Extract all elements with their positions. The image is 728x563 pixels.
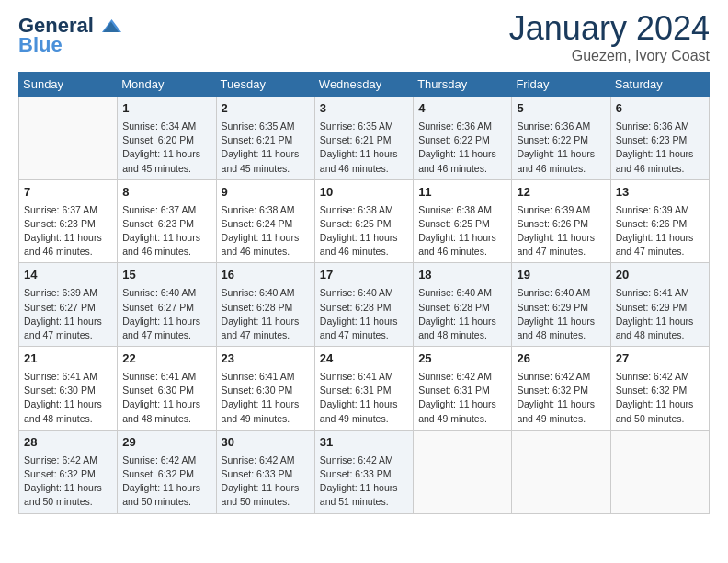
day-number: 5 [517,100,605,118]
sunrise-text: Sunrise: 6:38 AM [418,204,492,215]
day-number: 15 [122,267,210,284]
sunrise-text: Sunrise: 6:37 AM [122,204,196,215]
day-number: 4 [418,100,506,118]
calendar-row: 14Sunrise: 6:39 AMSunset: 6:27 PMDayligh… [19,263,710,347]
sunrise-text: Sunrise: 6:42 AM [320,454,393,465]
daylight-text: Daylight: 11 hours and 48 minutes. [517,316,595,340]
daylight-text: Daylight: 11 hours and 49 minutes. [517,398,595,423]
day-number: 1 [122,100,210,118]
daylight-text: Daylight: 11 hours and 46 minutes. [320,148,398,173]
day-number: 31 [320,434,408,452]
day-info: Sunrise: 6:38 AMSunset: 6:24 PMDaylight:… [222,203,310,259]
sunrise-text: Sunrise: 6:42 AM [418,371,492,382]
daylight-text: Daylight: 11 hours and 46 minutes. [122,232,200,257]
day-info: Sunrise: 6:42 AMSunset: 6:32 PMDaylight:… [122,454,210,510]
calendar-row: 28Sunrise: 6:42 AMSunset: 6:32 PMDayligh… [19,430,710,513]
sunset-text: Sunset: 6:26 PM [616,218,688,229]
sunset-text: Sunset: 6:24 PM [222,218,293,229]
day-number: 30 [222,434,310,452]
table-row: 26Sunrise: 6:42 AMSunset: 6:32 PMDayligh… [512,347,610,431]
sunrise-text: Sunrise: 6:41 AM [24,371,97,382]
day-info: Sunrise: 6:35 AMSunset: 6:21 PMDaylight:… [222,120,310,176]
logo: General Blue [18,13,121,55]
sunrise-text: Sunrise: 6:40 AM [222,287,295,298]
day-info: Sunrise: 6:39 AMSunset: 6:27 PMDaylight:… [24,286,112,342]
sunset-text: Sunset: 6:32 PM [517,385,588,396]
sunset-text: Sunset: 6:26 PM [517,218,588,229]
sunrise-text: Sunrise: 6:40 AM [418,287,492,298]
table-row: 4Sunrise: 6:36 AMSunset: 6:22 PMDaylight… [414,97,512,180]
daylight-text: Daylight: 11 hours and 47 minutes. [24,316,102,340]
header-tuesday: Tuesday [216,73,314,97]
day-info: Sunrise: 6:34 AMSunset: 6:20 PMDaylight:… [122,120,210,176]
sunset-text: Sunset: 6:32 PM [616,385,688,396]
day-number: 10 [320,184,408,201]
weekday-header-row: Sunday Monday Tuesday Wednesday Thursday… [19,73,710,97]
day-number: 18 [418,267,506,284]
table-row: 14Sunrise: 6:39 AMSunset: 6:27 PMDayligh… [19,263,118,347]
sunrise-text: Sunrise: 6:41 AM [122,371,196,382]
sunset-text: Sunset: 6:27 PM [122,302,194,313]
table-row: 12Sunrise: 6:39 AMSunset: 6:26 PMDayligh… [512,179,610,263]
sunset-text: Sunset: 6:23 PM [122,218,194,229]
table-row: 31Sunrise: 6:42 AMSunset: 6:33 PMDayligh… [314,430,413,513]
day-number: 25 [418,350,506,368]
day-info: Sunrise: 6:41 AMSunset: 6:30 PMDaylight:… [122,370,210,426]
day-number: 14 [24,267,112,284]
table-row: 30Sunrise: 6:42 AMSunset: 6:33 PMDayligh… [216,430,314,513]
daylight-text: Daylight: 11 hours and 51 minutes. [320,482,398,507]
table-row: 18Sunrise: 6:40 AMSunset: 6:28 PMDayligh… [414,263,512,347]
daylight-text: Daylight: 11 hours and 46 minutes. [320,232,398,257]
page: General Blue January 2024 Guezem, Ivory … [0,0,728,563]
daylight-text: Daylight: 11 hours and 48 minutes. [122,398,200,423]
table-row: 29Sunrise: 6:42 AMSunset: 6:32 PMDayligh… [118,430,216,513]
daylight-text: Daylight: 11 hours and 50 minutes. [616,398,694,423]
header-wednesday: Wednesday [314,73,413,97]
sunset-text: Sunset: 6:23 PM [616,134,688,145]
sunrise-text: Sunrise: 6:42 AM [24,454,97,465]
day-info: Sunrise: 6:41 AMSunset: 6:30 PMDaylight:… [24,370,112,426]
daylight-text: Daylight: 11 hours and 46 minutes. [222,232,300,257]
day-number: 3 [320,100,408,118]
sunset-text: Sunset: 6:25 PM [320,218,392,229]
sunset-text: Sunset: 6:30 PM [122,385,194,396]
day-info: Sunrise: 6:40 AMSunset: 6:27 PMDaylight:… [122,286,210,342]
day-number: 11 [418,184,506,201]
header: General Blue January 2024 Guezem, Ivory … [18,9,710,64]
day-info: Sunrise: 6:42 AMSunset: 6:33 PMDaylight:… [222,454,310,510]
day-number: 2 [222,100,310,118]
sunrise-text: Sunrise: 6:36 AM [616,121,689,132]
table-row [512,430,610,513]
sunset-text: Sunset: 6:29 PM [517,302,588,313]
daylight-text: Daylight: 11 hours and 45 minutes. [122,148,200,173]
sunset-text: Sunset: 6:28 PM [222,302,293,313]
sunrise-text: Sunrise: 6:40 AM [517,287,590,298]
day-info: Sunrise: 6:42 AMSunset: 6:32 PMDaylight:… [517,370,605,426]
day-number: 22 [122,350,210,368]
daylight-text: Daylight: 11 hours and 46 minutes. [616,148,694,173]
table-row: 10Sunrise: 6:38 AMSunset: 6:25 PMDayligh… [314,179,413,263]
day-info: Sunrise: 6:35 AMSunset: 6:21 PMDaylight:… [320,120,408,176]
calendar-row: 7Sunrise: 6:37 AMSunset: 6:23 PMDaylight… [19,179,710,263]
table-row: 28Sunrise: 6:42 AMSunset: 6:32 PMDayligh… [19,430,118,513]
table-row: 19Sunrise: 6:40 AMSunset: 6:29 PMDayligh… [512,263,610,347]
sunset-text: Sunset: 6:21 PM [320,134,392,145]
calendar-table: Sunday Monday Tuesday Wednesday Thursday… [18,72,710,514]
calendar-row: 21Sunrise: 6:41 AMSunset: 6:30 PMDayligh… [19,347,710,431]
sunset-text: Sunset: 6:22 PM [418,134,490,145]
sunrise-text: Sunrise: 6:38 AM [320,204,393,215]
table-row: 2Sunrise: 6:35 AMSunset: 6:21 PMDaylight… [216,97,314,180]
day-number: 12 [517,184,605,201]
sunrise-text: Sunrise: 6:38 AM [222,204,295,215]
header-friday: Friday [512,73,610,97]
day-info: Sunrise: 6:36 AMSunset: 6:22 PMDaylight:… [418,120,506,176]
sunset-text: Sunset: 6:32 PM [122,468,194,479]
day-number: 29 [122,434,210,452]
table-row [610,430,709,513]
sunset-text: Sunset: 6:22 PM [517,134,588,145]
sunset-text: Sunset: 6:20 PM [122,134,194,145]
table-row: 17Sunrise: 6:40 AMSunset: 6:28 PMDayligh… [314,263,413,347]
sunrise-text: Sunrise: 6:35 AM [222,121,295,132]
day-info: Sunrise: 6:41 AMSunset: 6:29 PMDaylight:… [616,286,704,342]
daylight-text: Daylight: 11 hours and 50 minutes. [222,482,300,507]
